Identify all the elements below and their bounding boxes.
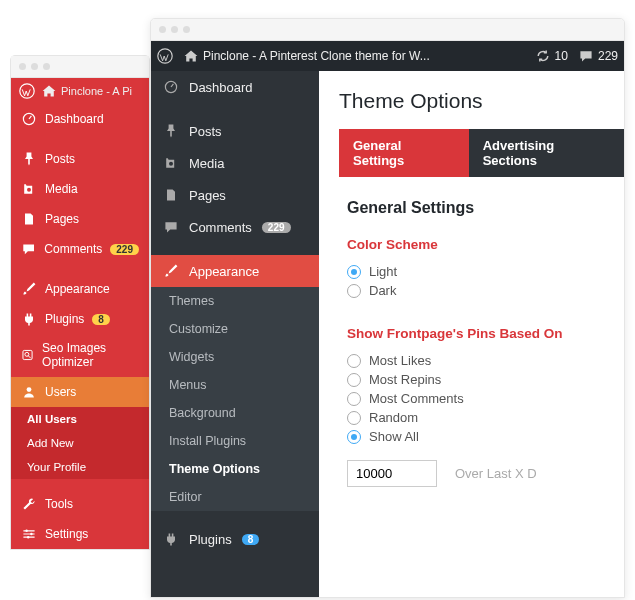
radio-icon	[347, 354, 361, 368]
tab-advertising-sections[interactable]: Advertising Sections	[469, 129, 624, 177]
radio-random[interactable]: Random	[347, 408, 624, 427]
menu-comments[interactable]: Comments229	[151, 211, 319, 243]
brush-icon	[163, 263, 179, 279]
dashboard-icon	[21, 111, 37, 127]
comments-badge: 229	[110, 244, 139, 255]
page-title: Theme Options	[339, 89, 624, 113]
menu-pages[interactable]: Pages	[151, 179, 319, 211]
menu-plugins[interactable]: Plugins8	[11, 304, 149, 334]
wordpress-logo-icon[interactable]	[157, 48, 173, 64]
radio-most-repins[interactable]: Most Repins	[347, 370, 624, 389]
tab-general-settings[interactable]: General Settings	[339, 129, 469, 177]
menu-tools[interactable]: Tools	[11, 489, 149, 519]
submenu-customize[interactable]: Customize	[151, 315, 319, 343]
menu-posts[interactable]: Posts	[11, 144, 149, 174]
submenu-widgets[interactable]: Widgets	[151, 343, 319, 371]
svg-point-5	[27, 387, 32, 392]
pin-icon	[21, 151, 37, 167]
seo-icon	[21, 347, 34, 363]
comment-icon	[21, 241, 36, 257]
radio-most-likes[interactable]: Most Likes	[347, 351, 624, 370]
tabs: General Settings Advertising Sections	[339, 129, 624, 177]
section-heading: General Settings	[347, 199, 624, 217]
radio-icon	[347, 392, 361, 406]
submenu-your-profile[interactable]: Your Profile	[11, 455, 149, 479]
menu-pages[interactable]: Pages	[11, 204, 149, 234]
plugins-badge: 8	[242, 534, 260, 545]
radio-icon	[347, 430, 361, 444]
submenu-background[interactable]: Background	[151, 399, 319, 427]
media-icon	[21, 181, 37, 197]
pin-icon	[163, 123, 179, 139]
submenu-menus[interactable]: Menus	[151, 371, 319, 399]
home-icon[interactable]	[183, 48, 199, 64]
submenu-theme-options[interactable]: Theme Options	[151, 455, 319, 483]
submenu-themes[interactable]: Themes	[151, 287, 319, 315]
dashboard-icon	[163, 79, 179, 95]
menu-seo[interactable]: Seo Images Optimizer	[11, 334, 149, 377]
radio-icon	[347, 284, 361, 298]
window-chrome	[11, 56, 149, 78]
comments-badge: 229	[262, 222, 291, 233]
menu-media[interactable]: Media	[151, 147, 319, 179]
background-window: Pinclone - A Pi Dashboard Posts Media Pa…	[10, 55, 150, 550]
menu-comments[interactable]: Comments229	[11, 234, 149, 264]
frontpage-heading: Show Frontpage's Pins Based On	[347, 326, 624, 341]
svg-point-8	[27, 536, 29, 538]
page-icon	[163, 187, 179, 203]
radio-icon	[347, 265, 361, 279]
page-icon	[21, 211, 37, 227]
menu-users[interactable]: Users	[11, 377, 149, 407]
brush-icon	[21, 281, 37, 297]
plug-icon	[163, 531, 179, 547]
radio-icon	[347, 411, 361, 425]
radio-light[interactable]: Light	[347, 262, 624, 281]
wrench-icon	[21, 496, 37, 512]
menu-plugins[interactable]: Plugins8	[151, 523, 319, 555]
updates-indicator[interactable]: 10	[535, 48, 568, 64]
menu-appearance[interactable]: Appearance	[151, 255, 319, 287]
color-scheme-heading: Color Scheme	[347, 237, 624, 252]
menu-settings[interactable]: Settings	[11, 519, 149, 549]
plug-icon	[21, 311, 37, 327]
svg-point-7	[30, 533, 32, 535]
user-icon	[21, 384, 37, 400]
menu-media[interactable]: Media	[11, 174, 149, 204]
comments-indicator[interactable]: 229	[578, 48, 618, 64]
content-area: Theme Options General Settings Advertisi…	[319, 71, 624, 597]
menu-dashboard[interactable]: Dashboard	[151, 71, 319, 103]
radio-most-comments[interactable]: Most Comments	[347, 389, 624, 408]
submenu-install-plugins[interactable]: Install Plugins	[151, 427, 319, 455]
svg-point-2	[27, 188, 31, 192]
days-input[interactable]	[347, 460, 437, 487]
submenu-editor[interactable]: Editor	[151, 483, 319, 511]
svg-point-0	[20, 84, 34, 98]
admin-bar: Pinclone - A Pinterest Clone theme for W…	[151, 41, 624, 71]
comment-icon	[163, 219, 179, 235]
comment-icon	[578, 48, 594, 64]
svg-point-9	[158, 49, 172, 63]
site-title-back[interactable]: Pinclone - A Pi	[61, 85, 132, 97]
window-chrome	[151, 19, 624, 41]
submenu-all-users[interactable]: All Users	[11, 407, 149, 431]
days-label: Over Last X D	[455, 466, 537, 481]
admin-menu-back: Dashboard Posts Media Pages Comments229 …	[11, 104, 149, 549]
menu-appearance[interactable]: Appearance	[11, 274, 149, 304]
refresh-icon	[535, 48, 551, 64]
svg-point-6	[25, 529, 27, 531]
foreground-window: Pinclone - A Pinterest Clone theme for W…	[150, 18, 625, 598]
radio-show-all[interactable]: Show All	[347, 427, 624, 446]
wordpress-logo-icon	[19, 83, 35, 99]
admin-menu: Dashboard Posts Media Pages Comments229 …	[151, 71, 319, 597]
svg-point-11	[169, 162, 173, 166]
radio-dark[interactable]: Dark	[347, 281, 624, 300]
site-title[interactable]: Pinclone - A Pinterest Clone theme for W…	[203, 49, 529, 63]
media-icon	[163, 155, 179, 171]
plugins-badge: 8	[92, 314, 110, 325]
home-icon	[41, 83, 57, 99]
menu-dashboard[interactable]: Dashboard	[11, 104, 149, 134]
radio-icon	[347, 373, 361, 387]
submenu-add-new[interactable]: Add New	[11, 431, 149, 455]
slider-icon	[21, 526, 37, 542]
menu-posts[interactable]: Posts	[151, 115, 319, 147]
